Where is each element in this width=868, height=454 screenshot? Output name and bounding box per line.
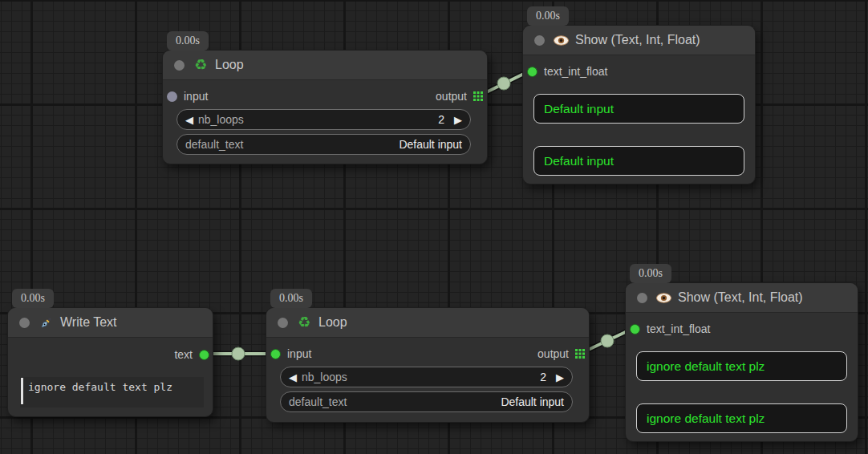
eye-icon xyxy=(553,33,569,47)
nb-loops-stepper[interactable]: ◀ nb_loops 2 ▶ xyxy=(176,109,471,130)
collapse-dot[interactable] xyxy=(174,60,185,71)
eye-icon xyxy=(655,290,671,305)
slot-row: text xyxy=(8,345,213,364)
node-title: Loop xyxy=(215,58,244,72)
default-text-field[interactable]: default_text Default input xyxy=(280,391,573,412)
widget-label: nb_loops xyxy=(198,113,244,126)
slot-row: input output xyxy=(266,344,589,363)
nb-loops-stepper[interactable]: ◀ nb_loops 2 ▶ xyxy=(280,367,573,387)
widget-value: Default input xyxy=(399,138,462,151)
node-show-2[interactable]: 0.00s Show (Text, Int, Float) text_int_f… xyxy=(625,282,858,442)
widget-label: default_text xyxy=(289,395,347,408)
grid-output-socket-icon[interactable] xyxy=(473,91,483,101)
display-text-box[interactable]: ignore default text plz xyxy=(636,351,847,381)
node-loop-2[interactable]: 0.00s ♻ Loop input output ◀ nb_loops 2 ▶… xyxy=(266,307,590,423)
decrement-arrow-icon[interactable]: ◀ xyxy=(185,115,193,125)
collapse-dot[interactable] xyxy=(19,318,30,328)
node-titlebar[interactable]: Show (Text, Int, Float) xyxy=(626,283,858,313)
node-write-text[interactable]: 0.00s Write Text text ignore default tex… xyxy=(7,307,213,417)
widget-value: 2 xyxy=(438,113,444,126)
text-cursor xyxy=(21,378,23,404)
wire-write-to-loop2 xyxy=(203,347,274,360)
widget-label: nb_loops xyxy=(302,371,347,383)
collapse-dot[interactable] xyxy=(278,318,288,328)
input-socket[interactable] xyxy=(270,349,281,359)
output-slot-label: output xyxy=(436,90,467,103)
output-socket[interactable] xyxy=(199,350,209,360)
widget-label: default_text xyxy=(185,138,243,151)
input-slot-label: text_int_float xyxy=(647,322,710,335)
output-slot-label: text xyxy=(174,348,193,361)
node-title: Write Text xyxy=(60,315,117,330)
execution-time-badge: 0.00s xyxy=(12,289,54,308)
node-titlebar[interactable]: ♻ Loop xyxy=(163,51,487,80)
display-text-box[interactable]: Default input xyxy=(533,146,744,176)
grid-output-socket-icon[interactable] xyxy=(575,349,585,359)
node-title: Show (Text, Int, Float) xyxy=(575,33,700,47)
slot-row: input output xyxy=(163,87,487,106)
increment-arrow-icon[interactable]: ▶ xyxy=(556,372,564,383)
input-socket[interactable] xyxy=(167,91,177,102)
node-title: Show (Text, Int, Float) xyxy=(678,290,803,305)
default-text-field[interactable]: default_text Default input xyxy=(176,134,471,155)
textarea-content: ignore default text plz xyxy=(28,381,172,393)
execution-time-badge: 0.00s xyxy=(270,289,312,308)
node-title: Loop xyxy=(318,315,347,330)
execution-time-badge: 0.00s xyxy=(527,6,569,26)
collapse-dot[interactable] xyxy=(534,35,545,46)
text-editor-area[interactable]: ignore default text plz xyxy=(20,377,204,407)
node-titlebar[interactable]: ♻ Loop xyxy=(266,308,589,338)
increment-arrow-icon[interactable]: ▶ xyxy=(454,115,462,125)
node-show-1[interactable]: 0.00s Show (Text, Int, Float) text_int_f… xyxy=(522,25,756,184)
input-slot-label: text_int_float xyxy=(544,65,607,78)
widget-value: Default input xyxy=(501,395,564,408)
execution-time-badge: 0.00s xyxy=(630,264,671,283)
execution-time-badge: 0.00s xyxy=(167,31,209,51)
slot-row: text_int_float xyxy=(523,62,755,81)
display-text-box[interactable]: Default input xyxy=(533,94,744,124)
input-socket[interactable] xyxy=(527,67,537,77)
recycle-icon: ♻ xyxy=(296,315,312,330)
slot-row: text_int_float xyxy=(626,319,858,338)
display-text-box[interactable]: ignore default text plz xyxy=(636,403,847,433)
input-slot-label: input xyxy=(184,90,208,103)
node-loop-1[interactable]: 0.00s ♻ Loop input output ◀ nb_loops 2 ▶… xyxy=(162,50,488,164)
decrement-arrow-icon[interactable]: ◀ xyxy=(289,372,297,383)
pen-icon xyxy=(38,315,54,330)
input-slot-label: input xyxy=(287,347,311,360)
widget-value: 2 xyxy=(540,371,546,383)
collapse-dot[interactable] xyxy=(637,293,647,303)
output-slot-label: output xyxy=(537,347,569,360)
recycle-icon: ♻ xyxy=(193,58,209,72)
node-titlebar[interactable]: Write Text xyxy=(8,308,213,338)
input-socket[interactable] xyxy=(630,324,640,334)
node-titlebar[interactable]: Show (Text, Int, Float) xyxy=(523,26,755,55)
